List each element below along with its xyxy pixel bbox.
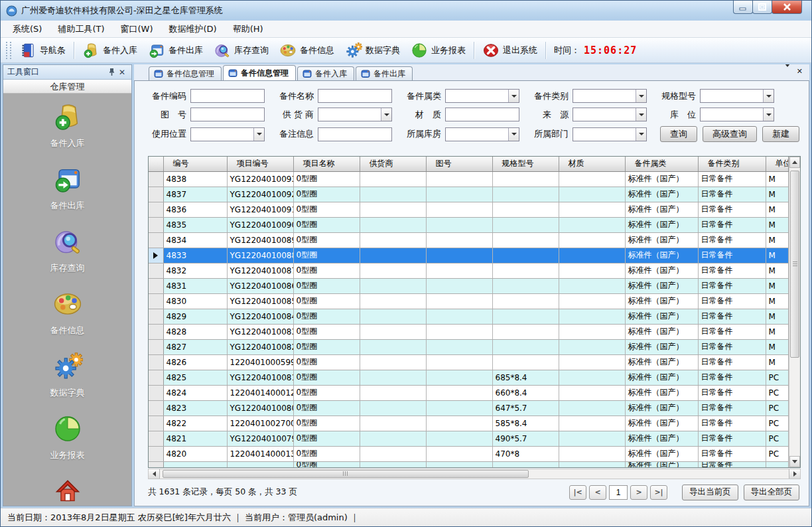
export-all-pages-button[interactable]: 导出全部页 [744, 485, 800, 500]
row-selector-cell[interactable] [149, 324, 163, 339]
horizontal-scroll-thumb[interactable] [163, 470, 529, 478]
table-row[interactable]: 4837YG122040100920型圈标准件（国产）日常备件M [149, 187, 789, 202]
table-row[interactable]: 4833YG122040100880型圈标准件（国产）日常备件M [149, 248, 789, 263]
toolbar-button-report[interactable]: 业务报表 [405, 40, 471, 61]
row-selector-cell[interactable] [149, 385, 163, 400]
page-number-input[interactable] [609, 485, 628, 500]
tab-1[interactable]: 备件信息管理 [149, 66, 222, 80]
sidebar-item-data-dict[interactable]: 数据字典 [3, 351, 131, 399]
sidebar-item-stock-query[interactable]: 库存查询 [3, 226, 131, 274]
minimize-button[interactable] [733, 1, 753, 14]
table-row[interactable]: 482212204010027000型圈585*8.4标准件（国产）日常备件PC [149, 415, 789, 431]
combo-box[interactable] [445, 89, 519, 103]
sidebar-item-parts-out[interactable]: 备件出库 [3, 164, 131, 212]
table-row[interactable]: 4821YG122040100790型圈490*5.7标准件（国产）日常备件PC [149, 431, 789, 446]
row-selector-cell[interactable] [149, 187, 163, 202]
row-selector-cell[interactable] [149, 263, 163, 278]
menu-item-1[interactable]: 系统(S) [5, 21, 50, 38]
toolbar-button-parts-info[interactable]: 备件信息 [274, 40, 340, 61]
menu-item-2[interactable]: 辅助工具(T) [50, 21, 112, 38]
combo-dropdown-icon[interactable] [508, 128, 519, 141]
horizontal-scrollbar[interactable] [148, 469, 801, 479]
table-row[interactable]: 4835YG122040100900型圈标准件（国产）日常备件M [149, 217, 789, 232]
combo-box[interactable] [445, 127, 519, 141]
row-selector-cell[interactable] [149, 248, 163, 263]
combo-dropdown-icon[interactable] [636, 108, 646, 121]
toolbar-button-data-dict[interactable]: 数据字典 [340, 40, 405, 61]
combo-dropdown-icon[interactable] [763, 90, 774, 102]
table-row[interactable]: 482012204014000130型圈470*8标准件（国产）日常备件PC [149, 446, 789, 461]
table-row[interactable]: 4831YG122040100860型圈标准件（国产）日常备件M [149, 278, 789, 293]
text-input[interactable] [318, 127, 392, 141]
maximize-button[interactable] [752, 1, 772, 14]
sidebar-item-parts-info[interactable]: 备件信息 [3, 289, 131, 337]
close-button[interactable] [772, 1, 802, 14]
vertical-scrollbar[interactable] [789, 157, 800, 467]
column-header[interactable]: 材质 [559, 157, 625, 171]
table-row[interactable]: 4823YG122040100800型圈647*5.7标准件（国产）日常备件PC [149, 400, 789, 415]
prev-page-button[interactable]: < [589, 485, 606, 500]
text-input[interactable] [190, 89, 265, 103]
new-button[interactable]: 新建 [762, 126, 799, 142]
toolbar-button-parts-in[interactable]: 备件入库 [77, 40, 143, 61]
toolbar-button-nav-book[interactable]: 导航条 [14, 40, 71, 61]
menu-item-3[interactable]: 窗口(W) [113, 21, 161, 38]
table-row[interactable]: 4838YG122040100930型圈标准件（国产）日常备件M [149, 171, 789, 187]
pin-icon[interactable] [106, 67, 117, 78]
sidebar-item-report[interactable]: 业务报表 [3, 414, 131, 461]
row-selector-cell[interactable] [149, 309, 163, 324]
combo-box[interactable] [700, 108, 774, 121]
table-row[interactable]: 4829YG122040100840型圈标准件（国产）日常备件M [149, 309, 789, 324]
row-selector-cell[interactable] [149, 370, 163, 385]
combo-box[interactable] [318, 108, 392, 121]
column-header[interactable]: 规格型号 [492, 157, 559, 171]
sidebar-item-parts-in[interactable]: 备件入库 [3, 102, 131, 149]
row-selector-cell[interactable] [149, 217, 163, 232]
table-row[interactable]: 4836YG122040100910型圈标准件（国产）日常备件M [149, 202, 789, 217]
combo-dropdown-icon[interactable] [763, 108, 774, 121]
tab-2[interactable]: 备件信息管理 [223, 65, 296, 80]
combo-box[interactable] [573, 127, 647, 141]
combo-dropdown-icon[interactable] [636, 128, 646, 141]
combo-box[interactable] [573, 108, 647, 121]
text-input[interactable] [445, 108, 519, 121]
row-selector-cell[interactable] [149, 293, 163, 309]
combo-dropdown-icon[interactable] [636, 90, 646, 102]
tab-list-dropdown-icon[interactable] [785, 67, 790, 76]
table-row[interactable]: 4827YG122040100820型圈标准件（国产）日常备件M [149, 339, 789, 354]
row-selector-cell[interactable] [149, 202, 163, 217]
export-current-page-button[interactable]: 导出当前页 [682, 485, 738, 500]
table-row[interactable]: 4828YG122040100830型圈标准件（国产）日常备件M [149, 324, 789, 339]
row-selector-cell[interactable] [149, 431, 163, 446]
column-header[interactable]: 图号 [426, 157, 492, 171]
row-selector-cell[interactable] [149, 232, 163, 248]
table-row[interactable]: 482612204010005990型圈标准件（国产）日常备件M [149, 354, 789, 370]
table-row[interactable]: 4830YG122040100850型圈标准件（国产）日常备件M [149, 293, 789, 309]
combo-dropdown-icon[interactable] [253, 128, 264, 141]
combo-dropdown-icon[interactable] [508, 90, 519, 102]
column-header[interactable]: 供货商 [360, 157, 426, 171]
tab-4[interactable]: 备件出库 [356, 66, 413, 80]
menu-item-4[interactable]: 数据维护(D) [161, 21, 225, 38]
combo-box[interactable] [573, 89, 647, 103]
first-page-button[interactable]: |< [569, 485, 586, 500]
row-selector-cell[interactable] [149, 400, 163, 415]
combo-box[interactable] [700, 89, 774, 103]
column-header[interactable]: 编号 [163, 157, 227, 171]
table-row[interactable]: 482412204014000120型圈660*8.4标准件（国产）日常备件PC [149, 385, 789, 400]
text-input[interactable] [318, 89, 392, 103]
column-header[interactable]: 项目编号 [227, 157, 293, 171]
table-row[interactable]: 4834YG122040100890型圈标准件（国产）日常备件M [149, 232, 789, 248]
toolbar-button-parts-out[interactable]: 备件出库 [143, 40, 208, 61]
tab-3[interactable]: 备件入库 [297, 66, 354, 80]
tool-window-close-icon[interactable]: ✕ [117, 67, 127, 78]
scroll-left-icon[interactable] [149, 469, 160, 479]
scroll-up-icon[interactable] [789, 157, 800, 168]
toolbar-button-exit[interactable]: 退出系统 [477, 40, 543, 61]
text-input[interactable] [190, 108, 265, 121]
query-button[interactable]: 查询 [660, 126, 697, 142]
row-selector-cell[interactable] [149, 446, 163, 461]
column-header[interactable]: 备件属类 [625, 157, 698, 171]
table-row[interactable]: 4825YG122040100810型圈685*8.4标准件（国产）日常备件PC [149, 370, 789, 385]
next-page-button[interactable]: > [630, 485, 647, 500]
